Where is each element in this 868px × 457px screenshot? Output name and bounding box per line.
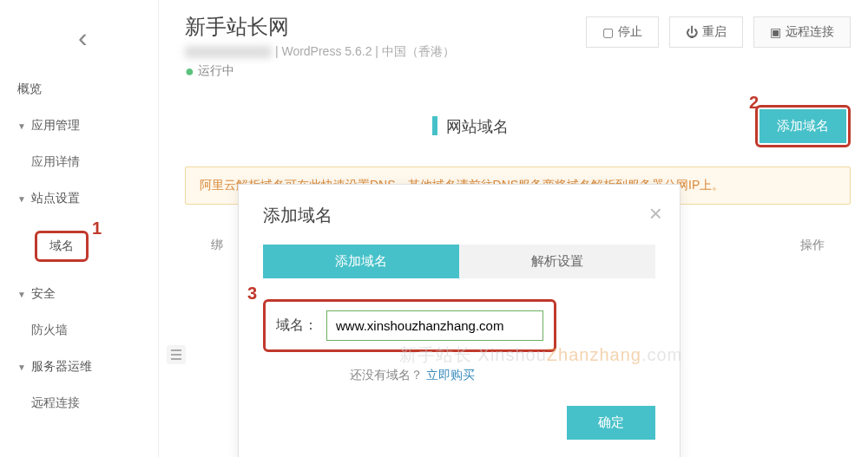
restart-button[interactable]: ⏻重启	[669, 16, 743, 48]
status-badge: ● 运行中	[185, 63, 586, 79]
power-icon: ⏻	[686, 25, 698, 39]
section-title: 网站域名	[185, 116, 755, 137]
nav-security[interactable]: ▼安全	[0, 276, 158, 312]
collapse-icon[interactable]	[167, 345, 186, 364]
nav-app-mgmt[interactable]: ▼应用管理	[0, 108, 158, 144]
nav-server-ops[interactable]: ▼服务器运维	[0, 349, 158, 385]
nav-remote-connect[interactable]: 远程连接	[0, 385, 158, 421]
stop-button[interactable]: ▢停止	[586, 16, 659, 48]
remote-icon: ▣	[770, 25, 781, 39]
column-ops: 操作	[755, 238, 825, 253]
tab-dns-settings[interactable]: 解析设置	[459, 245, 655, 278]
page-title: 新手站长网	[185, 13, 586, 41]
sidebar: ‹ 概览 ▼应用管理 应用详情 ▼站点设置 域名 1 ▼安全 防火墙 ▼服务器运…	[0, 0, 159, 457]
caret-down-icon: ▼	[17, 290, 26, 299]
domain-input[interactable]	[326, 310, 543, 341]
tab-add-domain[interactable]: 添加域名	[263, 245, 459, 278]
nav-overview[interactable]: 概览	[0, 71, 158, 108]
back-icon[interactable]: ‹	[0, 13, 158, 71]
remote-connect-button[interactable]: ▣远程连接	[753, 16, 851, 48]
add-domain-button[interactable]: 添加域名	[760, 109, 846, 143]
nav-firewall[interactable]: 防火墙	[0, 312, 158, 349]
caret-down-icon: ▼	[17, 121, 26, 131]
nav-app-detail[interactable]: 应用详情	[0, 144, 158, 180]
caret-down-icon: ▼	[17, 362, 26, 372]
stop-icon: ▢	[602, 25, 614, 39]
confirm-button[interactable]: 确定	[567, 406, 655, 440]
buy-link[interactable]: 立即购买	[426, 368, 475, 382]
annotation-marker-3: 3	[247, 284, 257, 304]
close-icon[interactable]: ×	[649, 200, 662, 227]
nav-site-settings[interactable]: ▼站点设置	[0, 180, 158, 217]
annotation-marker-2: 2	[749, 93, 759, 113]
domain-label: 域名：	[276, 317, 318, 335]
modal-title: 添加域名	[263, 204, 655, 227]
add-domain-modal: 添加域名 × 添加域名 解析设置 3 域名： 还没有域名？ 立即购买 确定	[238, 184, 681, 457]
nav-domain[interactable]: 域名 1	[17, 220, 106, 272]
no-domain-hint: 还没有域名？ 立即购买	[263, 368, 655, 383]
page-subtitle: | WordPress 5.6.2 | 中国（香港）	[185, 44, 586, 60]
caret-down-icon: ▼	[17, 194, 26, 204]
annotation-marker-1: 1	[92, 219, 102, 238]
